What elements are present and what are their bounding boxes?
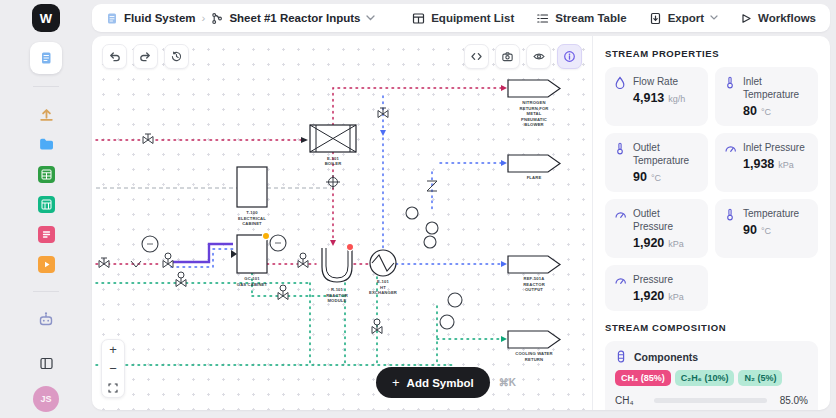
stream-composition-title: STREAM COMPOSITION: [605, 322, 818, 333]
code-view-button[interactable]: [464, 44, 489, 69]
export-button[interactable]: Export: [649, 12, 718, 25]
svg-text:RETURN FOR: RETURN FOR: [520, 106, 549, 111]
chevron-down-icon[interactable]: [366, 15, 375, 21]
breadcrumb-project[interactable]: Fluid System: [124, 12, 196, 24]
connector-flare[interactable]: FLARE: [508, 155, 560, 180]
project-file-icon: [106, 12, 118, 25]
fit-view-button[interactable]: [102, 378, 124, 397]
svg-text:OUTPUT: OUTPUT: [525, 287, 543, 292]
pid-diagram: E-101 BOILER T-100 ELECTRICAL CABINET GC…: [92, 36, 592, 410]
info-button[interactable]: [557, 44, 582, 69]
property-value: 90: [743, 223, 757, 237]
control-valve[interactable]: [163, 253, 173, 268]
preview-button[interactable]: [526, 44, 551, 69]
svg-text:E-101: E-101: [327, 156, 339, 161]
zoom-out-button[interactable]: −: [102, 359, 124, 378]
sidebar-item-documents[interactable]: [35, 223, 57, 245]
divider: [33, 86, 59, 87]
canvas-toolbar-left: [102, 44, 189, 69]
component-bar-track: [654, 398, 767, 403]
main-area: E-101 BOILER T-100 ELECTRICAL CABINET GC…: [92, 36, 830, 410]
property-card-temperature: Temperature 90°C: [715, 199, 818, 258]
avatar[interactable]: JS: [33, 386, 59, 412]
sidebar-item-folders[interactable]: [35, 133, 57, 155]
svg-text:COOLING WATER: COOLING WATER: [515, 351, 552, 356]
add-symbol-button[interactable]: + Add Symbol: [376, 367, 490, 398]
process-line-red: [96, 88, 501, 264]
status-dot-orange: [262, 232, 269, 239]
equipment-electrical-cabinet[interactable]: T-100 ELECTRICAL CABINET: [237, 167, 267, 226]
property-label: Outlet Temperature: [633, 141, 699, 167]
diagram-canvas[interactable]: E-101 BOILER T-100 ELECTRICAL CABINET GC…: [92, 36, 592, 410]
zoom-in-button[interactable]: +: [102, 340, 124, 359]
status-dot-red: [346, 243, 353, 250]
chip-c2h6[interactable]: C₂H₆ (10%): [675, 370, 735, 386]
history-button[interactable]: [164, 44, 189, 69]
control-valve[interactable]: [298, 253, 308, 268]
valve[interactable]: [143, 134, 153, 144]
export-label: Export: [668, 12, 704, 24]
svg-text:HT: HT: [380, 285, 386, 290]
breadcrumb: Fluid System › Sheet #1 Reactor Inputs: [106, 12, 375, 25]
valve[interactable]: [99, 258, 109, 268]
vent-symbol: [326, 175, 340, 189]
equipment-list-button[interactable]: Equipment List: [412, 12, 514, 25]
equipment-exchanger[interactable]: E-101 HT EXCHANGER: [369, 250, 397, 295]
property-card-inlet-temperature: Inlet Temperature 80°C: [715, 67, 818, 126]
sidebar-item-upload[interactable]: [35, 103, 57, 125]
svg-text:EXCHANGER: EXCHANGER: [369, 290, 397, 295]
equipment-gas-cabinet[interactable]: GC-101 GAS CABINET: [237, 232, 270, 286]
instrument-bubbles[interactable]: [142, 207, 462, 329]
code-icon: [470, 50, 483, 63]
breadcrumb-sheet[interactable]: Sheet #1 Reactor Inputs: [229, 12, 360, 24]
top-bar: Fluid System › Sheet #1 Reactor Inputs E…: [92, 4, 830, 32]
property-label: Inlet Temperature: [743, 75, 809, 101]
snapshot-button[interactable]: [495, 44, 520, 69]
redo-button[interactable]: [133, 44, 158, 69]
component-percent: 85.0%: [774, 395, 808, 406]
svg-text:GC-101: GC-101: [244, 276, 260, 281]
sidebar-item-assistant[interactable]: [35, 308, 57, 330]
rows-icon: [536, 12, 549, 25]
chip-n2[interactable]: N₂ (5%): [738, 370, 782, 386]
upload-icon: [38, 106, 55, 123]
svg-text:FLARE: FLARE: [527, 175, 542, 180]
left-sidebar: W: [0, 0, 92, 418]
control-valve[interactable]: [278, 285, 288, 300]
svg-text:MODULE: MODULE: [327, 298, 346, 303]
svg-text:GAS CABINET: GAS CABINET: [237, 282, 268, 287]
svg-text:BOILER: BOILER: [325, 161, 342, 166]
sheet-branch-icon: [211, 12, 223, 25]
workflows-button[interactable]: Workflows: [740, 12, 816, 25]
connector-nitrogen[interactable]: NITROGEN RETURN FOR METAL PNEUMATIC BLOW…: [508, 80, 560, 127]
stream-composition-section: STREAM COMPOSITION Components CH₄ (85%) …: [605, 322, 818, 410]
doc-icon: [38, 226, 55, 243]
property-card-outlet-temperature: Outlet Temperature 90°C: [605, 133, 708, 192]
connector-reactor-output[interactable]: REF-501A REACTOR OUTPUT: [508, 256, 560, 292]
connector-cooling-return[interactable]: COOLING WATER RETURN: [508, 331, 560, 362]
sidebar-item-tables[interactable]: [35, 193, 57, 215]
thermometer-icon: [724, 76, 736, 89]
add-symbol-area: + Add Symbol ⌘K: [376, 367, 516, 398]
stream-table-button[interactable]: Stream Table: [536, 12, 626, 25]
equipment-reactor[interactable]: R-101 REACTOR MODULE: [322, 243, 354, 303]
chip-ch4[interactable]: CH₄ (85%): [615, 370, 671, 386]
svg-text:E-101: E-101: [377, 279, 389, 284]
panel-toggle-icon[interactable]: [35, 352, 57, 374]
control-valve[interactable]: [176, 272, 186, 287]
undo-icon: [108, 50, 121, 63]
app-logo[interactable]: W: [32, 4, 60, 32]
property-unit: kPa: [778, 160, 794, 170]
equipment-boiler[interactable]: E-101 BOILER: [310, 125, 356, 166]
fit-view-icon: [108, 383, 118, 393]
sidebar-item-spreadsheets[interactable]: [35, 163, 57, 185]
sidebar-item-media[interactable]: [35, 253, 57, 275]
flow-arrows-blue: [380, 130, 507, 267]
properties-grid: Flow Rate 4,913kg/h Inlet Temperature 80…: [605, 67, 818, 311]
property-value: 90: [633, 170, 647, 184]
export-download-icon: [649, 12, 662, 25]
undo-button[interactable]: [102, 44, 127, 69]
svg-text:REACTOR: REACTOR: [523, 282, 545, 287]
sidebar-item-diagrams[interactable]: [30, 42, 62, 74]
svg-text:R-101: R-101: [331, 287, 344, 292]
